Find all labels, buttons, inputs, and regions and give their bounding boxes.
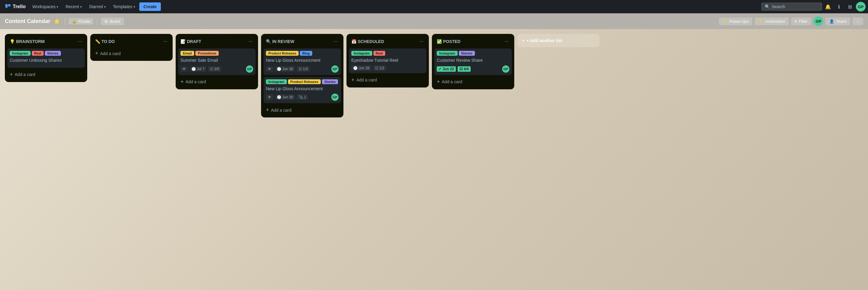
board-view-button[interactable]: ⊞ Board	[101, 18, 124, 25]
create-button[interactable]: Create	[139, 2, 161, 11]
due-date[interactable]: 🕐 Jun 30	[275, 66, 295, 72]
attachment: 📎 1	[297, 94, 308, 100]
card-c3[interactable]: Product ReleasesBlogNew Lip Gloss Announ…	[264, 49, 341, 75]
list-header-scheduled: 📅 SCHEDULED···	[349, 36, 427, 46]
add-card-brainstorm[interactable]: + Add a card	[7, 70, 85, 79]
lock-icon: 🔒	[72, 19, 76, 24]
label-instagram[interactable]: Instagram	[10, 51, 31, 56]
clock-icon: 🕐	[191, 67, 196, 71]
add-card-scheduled[interactable]: + Add a card	[349, 75, 427, 85]
clock-icon: 🕐	[277, 67, 281, 71]
checklist-done: ☑ 4/4	[458, 66, 471, 72]
logo[interactable]: Trello	[2, 4, 28, 10]
card-footer-c3: 👁🕐 Jun 30☑ 1/3GP	[266, 65, 339, 73]
automation-button[interactable]: ⚡ Automation	[755, 18, 789, 25]
workspaces-menu[interactable]: Workspaces ▾	[29, 2, 61, 11]
due-date-done[interactable]: ✓ Jun 22	[437, 66, 456, 72]
label-promotions[interactable]: Promotions	[195, 51, 219, 56]
add-list-button[interactable]: + + Add another list	[517, 34, 600, 47]
starred-menu[interactable]: Starred ▾	[86, 2, 109, 11]
list-title-scheduled: 📅 SCHEDULED	[351, 39, 417, 44]
card-labels-c2: EmailPromotions	[181, 51, 253, 56]
search-icon: 🔍	[765, 4, 770, 9]
card-c4[interactable]: InstagramProduct ReleasesStoriesNew Lip …	[264, 77, 341, 103]
list-header-todo: ✏️ TO DO···	[93, 36, 170, 46]
board-user-avatar[interactable]: GP	[813, 17, 823, 26]
label-stories[interactable]: Stories	[45, 51, 61, 56]
add-card-draft[interactable]: + Add a card	[178, 77, 256, 87]
label-product-releases[interactable]: Product Releases	[288, 79, 321, 84]
plus-icon: +	[437, 79, 440, 85]
card-title-c1: Customer Unboxing Shares	[10, 58, 82, 64]
label-instagram[interactable]: Instagram	[266, 79, 287, 84]
label-product-releases[interactable]: Product Releases	[266, 51, 299, 56]
list-menu-inreview[interactable]: ···	[332, 37, 340, 45]
board-icon: ⊞	[104, 19, 108, 24]
label-blog[interactable]: Blog	[300, 51, 312, 56]
more-button[interactable]: ···	[852, 18, 863, 25]
list-menu-todo[interactable]: ···	[161, 37, 169, 45]
star-button[interactable]: ⭐	[53, 17, 61, 25]
add-card-inreview[interactable]: + Add a card	[264, 105, 341, 115]
board-header: Content Calendar ⭐ 🔒 Private ⊞ Board ⚡ P…	[0, 13, 868, 29]
share-icon: 👤	[829, 19, 834, 24]
plus-icon: +	[10, 71, 13, 78]
svg-rect-0	[5, 4, 8, 8]
attachment-icon: 📎	[299, 95, 303, 99]
board-title: Content Calendar	[5, 18, 50, 25]
label-stories[interactable]: Stories	[322, 79, 338, 84]
add-card-todo[interactable]: + Add a card	[93, 49, 170, 58]
card-c1[interactable]: InstagramReelStoriesCustomer Unboxing Sh…	[7, 49, 85, 68]
checklist-icon: ☑	[299, 67, 302, 71]
list-menu-brainstorm[interactable]: ···	[76, 37, 84, 45]
checklist-icon: ☑	[460, 67, 463, 71]
apps-button[interactable]: ⊞	[845, 2, 855, 11]
label-stories[interactable]: Stories	[459, 51, 475, 56]
list-title-todo: ✏️ TO DO	[95, 39, 161, 44]
clock-icon: 🕐	[277, 95, 281, 99]
card-avatar: GP	[331, 94, 339, 101]
label-reel[interactable]: Reel	[373, 51, 385, 56]
label-reel[interactable]: Reel	[32, 51, 43, 56]
card-title-c2: Summer Sale Email	[181, 58, 253, 64]
add-card-posted[interactable]: + Add a card	[434, 77, 512, 87]
notification-button[interactable]: 🔔	[823, 2, 833, 11]
list-menu-scheduled[interactable]: ···	[417, 37, 425, 45]
checklist-progress: ☑ 1/3	[297, 66, 310, 72]
top-nav: Trello Workspaces ▾ Recent ▾ Starred ▾ T…	[0, 0, 868, 13]
search-box[interactable]: 🔍 Search	[762, 3, 822, 10]
info-button[interactable]: ℹ	[834, 2, 844, 11]
header-right: ⚡ Power-Ups ⚡ Automation ≡ Filter GP 👤 S…	[719, 17, 863, 26]
label-email[interactable]: Email	[181, 51, 194, 56]
filter-button[interactable]: ≡ Filter	[791, 18, 811, 25]
card-footer-c6: ✓ Jun 22☑ 4/4GP	[437, 65, 509, 73]
due-date[interactable]: 🕐 Jun 30	[275, 94, 295, 100]
power-ups-button[interactable]: ⚡ Power-Ups	[719, 18, 752, 25]
checklist-progress: ☑ 1/2	[373, 65, 386, 71]
user-avatar[interactable]: GP	[856, 2, 866, 11]
list-title-inreview: 🔍 IN REVIEW	[266, 39, 332, 44]
plus-icon: +	[522, 38, 525, 43]
card-c6[interactable]: InstagramStoriesCustomer Review Share✓ J…	[434, 49, 512, 75]
share-button[interactable]: 👤 Share	[826, 18, 850, 25]
label-instagram[interactable]: Instagram	[437, 51, 458, 56]
due-date[interactable]: 🕐 Jul 7	[190, 66, 206, 72]
checklist-progress: ☑ 3/5	[208, 66, 221, 72]
label-instagram[interactable]: Instagram	[351, 51, 372, 56]
card-avatar: GP	[502, 65, 509, 73]
card-c5[interactable]: InstagramReelEyeshadow Tutorial Reel🕐 Ju…	[349, 49, 427, 73]
list-menu-posted[interactable]: ···	[503, 37, 510, 45]
card-title-c3: New Lip Gloss Announcment	[266, 58, 339, 64]
list-menu-draft[interactable]: ···	[247, 37, 254, 45]
check-icon: ✓	[438, 67, 441, 71]
recent-menu[interactable]: Recent ▾	[62, 2, 85, 11]
list-scheduled: 📅 SCHEDULED···InstagramReelEyeshadow Tut…	[346, 34, 429, 88]
privacy-badge: 🔒 Private	[69, 18, 93, 25]
list-header-draft: 📝 DRAFT···	[178, 36, 256, 46]
templates-menu[interactable]: Templates ▾	[110, 2, 138, 11]
plus-icon: +	[95, 50, 98, 57]
due-date[interactable]: 🕐 Jun 28	[351, 65, 371, 71]
card-c2[interactable]: EmailPromotionsSummer Sale Email👁🕐 Jul 7…	[178, 49, 256, 75]
card-labels-c1: InstagramReelStories	[10, 51, 82, 56]
card-title-c6: Customer Review Share	[437, 58, 509, 64]
